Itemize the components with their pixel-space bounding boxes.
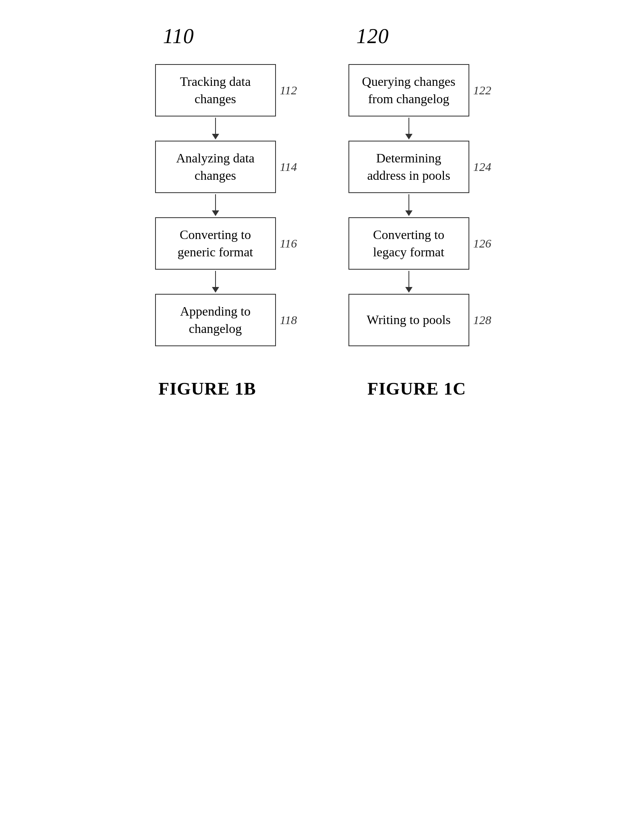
box-116: Converting to generic format (155, 217, 276, 270)
figure-1b-label: FIGURE 1B (139, 378, 276, 399)
diagram-1b-title: 110 (155, 24, 194, 48)
arrow-head (212, 210, 219, 216)
box-112: Tracking data changes (155, 64, 276, 116)
flow-step-126: Converting to legacy format 126 (348, 217, 469, 270)
diagram-1b: 110 Tracking data changes 112 Analyzing … (155, 24, 276, 346)
arrow-head (405, 287, 413, 293)
arrow-head (212, 134, 219, 139)
flow-step-128: Writing to pools 128 (348, 294, 469, 346)
diagram-1c: 120 Querying changes from changelog 122 … (348, 24, 469, 346)
label-122: 122 (473, 83, 491, 97)
arrow-head (405, 210, 413, 216)
flow-step-122: Querying changes from changelog 122 (348, 64, 469, 116)
arrow-head (212, 287, 219, 293)
label-112: 112 (280, 83, 297, 97)
label-116: 116 (280, 237, 297, 250)
box-126: Converting to legacy format (348, 217, 469, 270)
flow-step-112: Tracking data changes 112 (155, 64, 276, 116)
flow-step-116: Converting to generic format 116 (155, 217, 276, 270)
flow-step-124: Determining address in pools 124 (348, 141, 469, 193)
arrow-124-126 (405, 193, 413, 217)
label-118: 118 (280, 313, 297, 327)
label-124: 124 (473, 160, 491, 174)
flow-1c: Querying changes from changelog 122 Dete… (348, 64, 469, 346)
figures-row: FIGURE 1B FIGURE 1C (0, 378, 624, 399)
arrow-126-128 (405, 270, 413, 294)
arrow-line (408, 271, 409, 287)
box-124: Determining address in pools (348, 141, 469, 193)
diagram-1c-title: 120 (348, 24, 389, 48)
diagrams-row: 110 Tracking data changes 112 Analyzing … (0, 24, 624, 346)
arrow-122-124 (405, 116, 413, 141)
flow-step-118: Appending to changelog 118 (155, 294, 276, 346)
label-126: 126 (473, 237, 491, 250)
page: 110 Tracking data changes 112 Analyzing … (0, 0, 624, 840)
arrow-line (215, 118, 216, 134)
arrow-112-114 (212, 116, 219, 141)
box-128: Writing to pools (348, 294, 469, 346)
arrow-line (215, 271, 216, 287)
arrow-116-118 (212, 270, 219, 294)
flow-step-114: Analyzing data changes 114 (155, 141, 276, 193)
arrow-line (408, 194, 409, 210)
figure-1c-label: FIGURE 1C (348, 378, 485, 399)
label-128: 128 (473, 313, 491, 327)
box-122: Querying changes from changelog (348, 64, 469, 116)
arrow-head (405, 134, 413, 139)
box-118: Appending to changelog (155, 294, 276, 346)
flow-1b: Tracking data changes 112 Analyzing data… (155, 64, 276, 346)
arrow-114-116 (212, 193, 219, 217)
label-114: 114 (280, 160, 297, 174)
arrow-line (215, 194, 216, 210)
arrow-line (408, 118, 409, 134)
box-114: Analyzing data changes (155, 141, 276, 193)
